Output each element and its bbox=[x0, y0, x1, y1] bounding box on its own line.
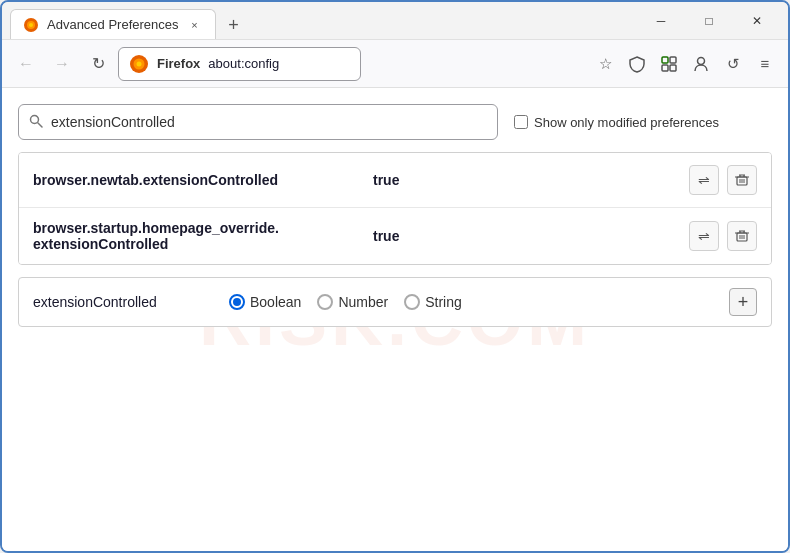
svg-point-10 bbox=[698, 57, 705, 64]
new-tab-button[interactable]: + bbox=[220, 11, 248, 39]
sync-button[interactable]: ↺ bbox=[718, 49, 748, 79]
swap-button-1[interactable]: ⇌ bbox=[689, 165, 719, 195]
forward-button[interactable]: → bbox=[46, 48, 78, 80]
preference-name-2: browser.startup.homepage_override. exten… bbox=[33, 220, 373, 252]
string-radio-label: String bbox=[425, 294, 462, 310]
show-modified-checkbox[interactable] bbox=[514, 115, 528, 129]
boolean-radio-label: Boolean bbox=[250, 294, 301, 310]
type-selector: Boolean Number String bbox=[229, 294, 713, 310]
boolean-radio-circle bbox=[229, 294, 245, 310]
row-1-actions: ⇌ bbox=[689, 165, 757, 195]
shield-button[interactable] bbox=[622, 49, 652, 79]
person-icon bbox=[692, 55, 710, 73]
extension-button[interactable] bbox=[654, 49, 684, 79]
svg-point-5 bbox=[137, 61, 142, 66]
boolean-radio-option[interactable]: Boolean bbox=[229, 294, 301, 310]
trash-icon-2 bbox=[735, 229, 749, 243]
add-preference-row: extensionControlled Boolean Number Strin… bbox=[18, 277, 772, 327]
toolbar-icons: ☆ ↺ ≡ bbox=[590, 49, 780, 79]
search-row: Show only modified preferences bbox=[18, 104, 772, 140]
address-url: about:config bbox=[208, 56, 279, 71]
firefox-favicon-icon bbox=[23, 17, 39, 33]
profile-button[interactable] bbox=[686, 49, 716, 79]
table-row: browser.startup.homepage_override. exten… bbox=[19, 208, 771, 264]
trash-icon bbox=[735, 173, 749, 187]
row-2-actions: ⇌ bbox=[689, 221, 757, 251]
new-pref-name: extensionControlled bbox=[33, 294, 213, 310]
minimize-button[interactable]: ─ bbox=[638, 5, 684, 37]
restore-button[interactable]: □ bbox=[686, 5, 732, 37]
menu-button[interactable]: ≡ bbox=[750, 49, 780, 79]
preference-search-box[interactable] bbox=[18, 104, 498, 140]
results-table: browser.newtab.extensionControlled true … bbox=[18, 152, 772, 265]
nav-bar: ← → ↻ Firefox about:config ☆ bbox=[2, 40, 788, 88]
firefox-logo-icon bbox=[129, 54, 149, 74]
puzzle-icon bbox=[660, 55, 678, 73]
address-bar[interactable]: Firefox about:config bbox=[118, 47, 361, 81]
back-button[interactable]: ← bbox=[10, 48, 42, 80]
svg-point-11 bbox=[31, 115, 39, 123]
svg-rect-7 bbox=[670, 57, 676, 63]
preference-value-2: true bbox=[373, 228, 689, 244]
delete-button-1[interactable] bbox=[727, 165, 757, 195]
search-input[interactable] bbox=[51, 114, 487, 130]
close-button[interactable]: ✕ bbox=[734, 5, 780, 37]
browser-label: Firefox bbox=[157, 56, 200, 71]
tab-title: Advanced Preferences bbox=[47, 17, 179, 32]
content-inner: Show only modified preferences browser.n… bbox=[18, 104, 772, 327]
number-radio-circle bbox=[317, 294, 333, 310]
preference-name-1: browser.newtab.extensionControlled bbox=[33, 172, 373, 188]
number-radio-label: Number bbox=[338, 294, 388, 310]
page-content: RISK.COM Show only modified preferences bbox=[2, 88, 788, 551]
preference-value-1: true bbox=[373, 172, 689, 188]
svg-rect-9 bbox=[670, 65, 676, 71]
swap-button-2[interactable]: ⇌ bbox=[689, 221, 719, 251]
swap-icon: ⇌ bbox=[698, 172, 710, 188]
table-row: browser.newtab.extensionControlled true … bbox=[19, 153, 771, 208]
search-icon bbox=[29, 114, 43, 131]
tab-strip: Advanced Preferences × + bbox=[10, 2, 638, 39]
add-preference-button[interactable]: + bbox=[729, 288, 757, 316]
delete-button-2[interactable] bbox=[727, 221, 757, 251]
svg-line-12 bbox=[38, 123, 42, 127]
bookmark-button[interactable]: ☆ bbox=[590, 49, 620, 79]
shield-icon bbox=[628, 55, 646, 73]
number-radio-option[interactable]: Number bbox=[317, 294, 388, 310]
svg-rect-6 bbox=[662, 57, 668, 63]
active-tab[interactable]: Advanced Preferences × bbox=[10, 9, 216, 39]
title-bar: Advanced Preferences × + ─ □ ✕ bbox=[2, 2, 788, 40]
tab-close-button[interactable]: × bbox=[187, 17, 203, 33]
string-radio-option[interactable]: String bbox=[404, 294, 462, 310]
svg-rect-8 bbox=[662, 65, 668, 71]
swap-icon-2: ⇌ bbox=[698, 228, 710, 244]
window-controls: ─ □ ✕ bbox=[638, 5, 780, 37]
string-radio-circle bbox=[404, 294, 420, 310]
refresh-button[interactable]: ↻ bbox=[82, 48, 114, 80]
svg-point-2 bbox=[29, 23, 33, 27]
show-modified-label[interactable]: Show only modified preferences bbox=[514, 115, 719, 130]
